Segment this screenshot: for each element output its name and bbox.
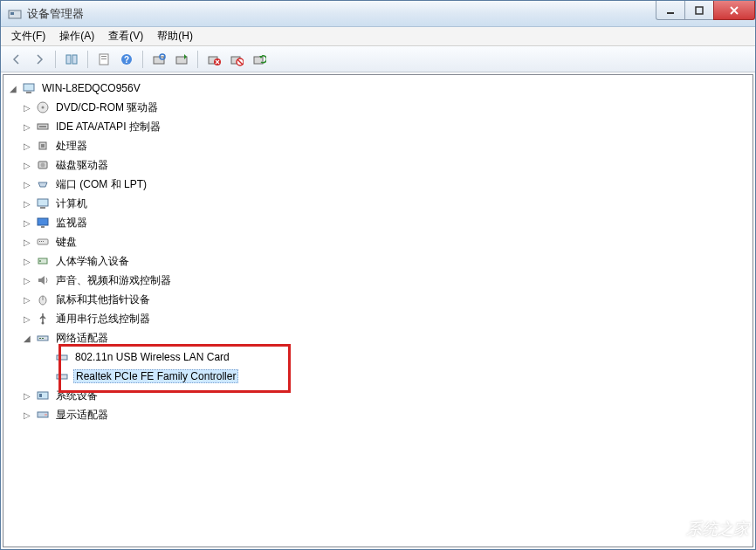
tree-node-cpu[interactable]: ▷ 处理器 bbox=[5, 136, 751, 155]
svg-rect-45 bbox=[57, 355, 67, 360]
toolbar: ? bbox=[1, 46, 755, 72]
tree-label: 显示适配器 bbox=[54, 407, 110, 423]
svg-rect-32 bbox=[41, 226, 45, 228]
expand-icon[interactable]: ▷ bbox=[21, 274, 33, 286]
menu-file[interactable]: 文件(F) bbox=[4, 27, 52, 45]
svg-rect-52 bbox=[45, 414, 47, 416]
svg-rect-1 bbox=[10, 12, 14, 15]
tree-node-dvd[interactable]: ▷ DVD/CD-ROM 驱动器 bbox=[5, 98, 751, 117]
expand-icon[interactable]: ▷ bbox=[21, 389, 33, 402]
toolbar-separator bbox=[142, 51, 143, 68]
svg-point-38 bbox=[39, 260, 41, 262]
menu-help[interactable]: 帮助(H) bbox=[150, 27, 200, 45]
update-driver-button[interactable] bbox=[171, 49, 192, 70]
svg-rect-49 bbox=[38, 392, 48, 399]
network-icon bbox=[35, 331, 51, 345]
uninstall-button[interactable] bbox=[203, 49, 224, 70]
mouse-icon bbox=[35, 292, 51, 306]
tree-node-display[interactable]: ▷ 显示适配器 bbox=[5, 405, 751, 424]
tree-label: WIN-L8EDQCO956V bbox=[40, 81, 142, 95]
forward-button[interactable] bbox=[29, 49, 50, 70]
tree-label: 端口 (COM 和 LPT) bbox=[54, 176, 148, 193]
properties-button[interactable] bbox=[93, 49, 114, 70]
back-button[interactable] bbox=[6, 49, 27, 70]
expand-icon[interactable]: ▷ bbox=[21, 255, 33, 267]
svg-rect-19 bbox=[24, 84, 34, 91]
expand-icon[interactable]: ▷ bbox=[21, 236, 33, 248]
svg-text:?: ? bbox=[124, 55, 129, 65]
title-bar[interactable]: 设备管理器 bbox=[1, 1, 755, 27]
sound-icon bbox=[35, 273, 51, 287]
svg-rect-50 bbox=[39, 394, 42, 397]
collapse-icon[interactable]: ◢ bbox=[7, 82, 19, 94]
tree-node-monitor[interactable]: ▷ 监视器 bbox=[5, 213, 751, 232]
tree-label: 网络适配器 bbox=[54, 330, 110, 347]
tree-node-system[interactable]: ▷ 系统设备 bbox=[5, 386, 751, 405]
svg-rect-5 bbox=[72, 55, 77, 64]
expand-icon[interactable]: ▷ bbox=[21, 293, 33, 306]
scan-hardware-button[interactable] bbox=[148, 49, 169, 70]
menu-action[interactable]: 操作(A) bbox=[52, 27, 101, 45]
show-hide-console-button[interactable] bbox=[61, 49, 82, 70]
expand-icon[interactable]: ▷ bbox=[21, 101, 33, 113]
tree-label: 监视器 bbox=[54, 215, 89, 231]
maximize-button[interactable] bbox=[684, 1, 714, 20]
device-tree-pane[interactable]: ◢ WIN-L8EDQCO956V ▷ DVD/CD-ROM 驱动器 ▷ bbox=[3, 74, 753, 547]
tree-node-usb[interactable]: ▷ 通用串行总线控制器 bbox=[5, 309, 751, 328]
tree-node-ide[interactable]: ▷ IDE ATA/ATAPI 控制器 bbox=[5, 117, 751, 136]
device-tree: ◢ WIN-L8EDQCO956V ▷ DVD/CD-ROM 驱动器 ▷ bbox=[5, 79, 751, 424]
toolbar-separator bbox=[87, 51, 88, 68]
svg-rect-46 bbox=[58, 357, 60, 358]
tree-node-disk[interactable]: ▷ 磁盘驱动器 bbox=[5, 155, 751, 175]
tree-label: 声音、视频和游戏控制器 bbox=[54, 272, 173, 289]
device-manager-window: 设备管理器 文件(F) 操作(A) 查看(V) 帮助(H) ? bbox=[0, 0, 756, 550]
expand-icon[interactable]: ▷ bbox=[21, 197, 33, 210]
tree-root-computer[interactable]: ◢ WIN-L8EDQCO956V bbox=[5, 79, 751, 98]
tree-label: 人体学输入设备 bbox=[54, 253, 131, 270]
expand-icon[interactable]: ▷ bbox=[21, 313, 33, 325]
tree-node-keyboard[interactable]: ▷ 键盘 bbox=[5, 232, 751, 251]
toolbar-separator bbox=[197, 51, 198, 68]
expand-icon[interactable]: ▷ bbox=[21, 120, 33, 133]
display-adapter-icon bbox=[35, 408, 51, 422]
collapse-icon[interactable]: ◢ bbox=[21, 332, 33, 344]
svg-rect-47 bbox=[57, 375, 67, 379]
tree-label: 计算机 bbox=[54, 196, 89, 212]
tree-node-mouse[interactable]: ▷ 鼠标和其他指针设备 bbox=[5, 290, 751, 309]
keyboard-icon bbox=[35, 235, 51, 249]
tree-label: IDE ATA/ATAPI 控制器 bbox=[54, 119, 162, 135]
watermark: 系统之家 bbox=[649, 513, 749, 545]
tree-label: 处理器 bbox=[54, 138, 89, 155]
tree-node-computer[interactable]: ▷ 计算机 bbox=[5, 194, 751, 213]
tree-leaf-realtek-adapter[interactable]: Realtek PCIe FE Family Controller bbox=[5, 367, 751, 386]
tree-leaf-wifi-adapter[interactable]: 802.11n USB Wireless LAN Card bbox=[5, 347, 751, 367]
watermark-text: 系统之家 bbox=[686, 519, 749, 540]
svg-rect-26 bbox=[41, 144, 45, 148]
menu-bar: 文件(F) 操作(A) 查看(V) 帮助(H) bbox=[1, 27, 755, 46]
window-controls bbox=[656, 1, 755, 20]
expand-icon[interactable]: ▷ bbox=[21, 159, 33, 171]
svg-rect-48 bbox=[58, 376, 60, 377]
disable-button[interactable] bbox=[226, 49, 247, 70]
svg-point-41 bbox=[42, 322, 45, 325]
minimize-button[interactable] bbox=[656, 1, 685, 20]
svg-rect-7 bbox=[101, 56, 107, 57]
enable-button[interactable] bbox=[249, 49, 270, 70]
svg-rect-44 bbox=[42, 338, 44, 339]
expand-icon[interactable]: ▷ bbox=[21, 409, 33, 421]
help-button[interactable]: ? bbox=[116, 49, 137, 70]
tree-node-ports[interactable]: ▷ 端口 (COM 和 LPT) bbox=[5, 175, 751, 194]
expand-icon[interactable]: ▷ bbox=[21, 217, 33, 229]
menu-view[interactable]: 查看(V) bbox=[101, 27, 150, 45]
app-icon bbox=[8, 7, 22, 21]
tree-node-sound[interactable]: ▷ 声音、视频和游戏控制器 bbox=[5, 271, 751, 290]
tree-node-hid[interactable]: ▷ 人体学输入设备 bbox=[5, 251, 751, 271]
expand-icon[interactable]: ▷ bbox=[21, 178, 33, 190]
svg-rect-35 bbox=[41, 241, 42, 242]
close-button[interactable] bbox=[713, 1, 755, 20]
svg-rect-36 bbox=[43, 241, 44, 242]
tree-node-network[interactable]: ◢ 网络适配器 bbox=[5, 328, 751, 347]
svg-rect-31 bbox=[38, 218, 48, 225]
tree-label: 802.11n USB Wireless LAN Card bbox=[73, 350, 231, 364]
expand-icon[interactable]: ▷ bbox=[21, 140, 33, 152]
